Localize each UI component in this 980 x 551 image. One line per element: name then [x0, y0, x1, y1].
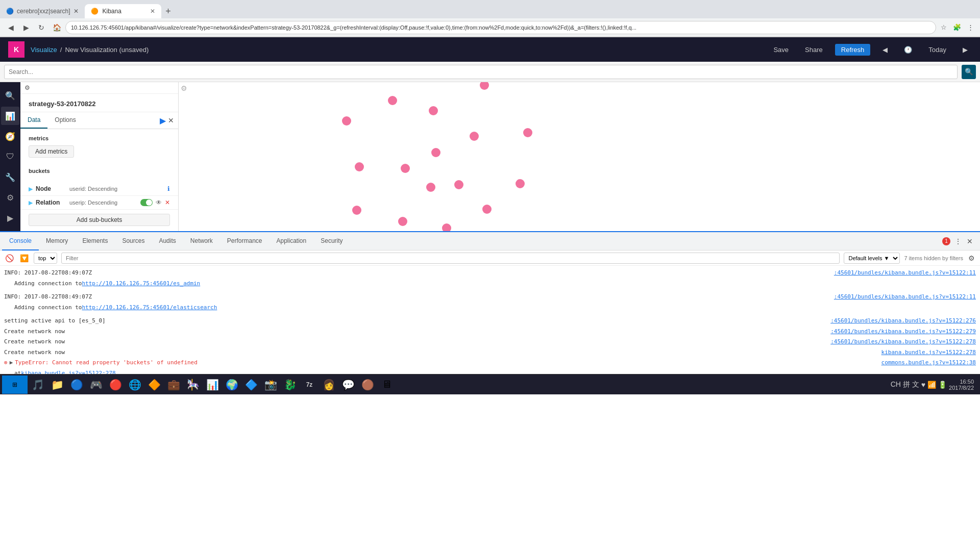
save-button[interactable]: Save [769, 44, 793, 56]
devtools-tab-audits[interactable]: Audits [152, 232, 183, 251]
devtools-tab-network[interactable]: Network [183, 232, 220, 251]
sidebar-close-button[interactable]: ✕ [168, 116, 174, 124]
devtools-tab-memory[interactable]: Memory [39, 232, 75, 251]
nav-wrench-item[interactable]: 🔧 [1, 168, 19, 186]
tab-options[interactable]: Options [47, 112, 83, 129]
devtools-close-button[interactable]: ✕ [966, 236, 974, 246]
taskbar-item-10[interactable]: 📊 [203, 376, 222, 393]
taskbar-item-16[interactable]: 👩 [320, 376, 338, 393]
line-ref-2[interactable]: :45601/bundles/kibana.bundle.js?v=15122:… [834, 293, 976, 302]
back-button[interactable]: ◀ [4, 21, 17, 34]
elasticsearch-link[interactable]: http://10.126.126.75:45601/elasticsearch [82, 304, 217, 312]
add-sub-buckets-button[interactable]: Add sub-buckets [29, 214, 170, 226]
tab-cerebro[interactable]: 🔵 cerebro[xxz|search] ✕ [0, 4, 85, 18]
refresh-button[interactable]: Refresh [835, 44, 871, 56]
devtools-more-button[interactable]: ⋮ [953, 236, 963, 246]
tab-data[interactable]: Data [20, 112, 47, 129]
nav-chart-item[interactable]: 📊 [1, 107, 19, 125]
node-info-icon[interactable]: ℹ [167, 185, 170, 192]
node-expand-icon[interactable]: ▶ [29, 186, 33, 192]
reload-button[interactable]: ↻ [35, 21, 48, 34]
extension-icon[interactable]: 🧩 [951, 22, 963, 33]
taskbar-item-17[interactable]: 💬 [339, 376, 357, 393]
share-button[interactable]: Share [801, 44, 827, 56]
run-button[interactable]: ▶ [160, 116, 166, 126]
taskbar-item-7[interactable]: 🔶 [145, 376, 163, 393]
today-button[interactable]: Today [924, 44, 950, 56]
tray-heart-icon[interactable]: ♥ [921, 381, 925, 389]
tray-signal-icon[interactable]: 📶 [927, 381, 936, 389]
console-filter-input[interactable] [61, 253, 840, 264]
line-ref-error[interactable]: commons.bundle.js?v=15122:38 [881, 359, 976, 367]
new-tab-button[interactable]: + [161, 4, 176, 18]
stack-link-1[interactable]: kibana.bundle.js?v=15122:278 [21, 369, 115, 374]
nav-play-item[interactable]: ▶ [1, 209, 19, 227]
relation-expand-icon[interactable]: ▶ [29, 199, 33, 206]
home-button[interactable]: 🏠 [50, 21, 63, 34]
breadcrumb-visualize-link[interactable]: Visualize [31, 46, 57, 54]
nav-discover-item[interactable]: 🧭 [1, 127, 19, 145]
relation-toggle[interactable] [140, 199, 153, 206]
es-admin-link[interactable]: http://10.126.126.75:45601/es_admin [82, 280, 200, 288]
taskbar-item-3[interactable]: 🔵 [67, 376, 86, 393]
address-bar[interactable] [65, 21, 936, 34]
taskbar-item-18[interactable]: 🟤 [358, 376, 377, 393]
add-metrics-button[interactable]: Add metrics [29, 145, 74, 158]
clock[interactable]: 16:50 2017/8/22 [949, 379, 974, 391]
nav-search-item[interactable]: 🔍 [1, 86, 19, 105]
kibana-search-input[interactable] [4, 65, 958, 79]
taskbar-item-4[interactable]: 🎮 [87, 376, 105, 393]
devtools-tab-application[interactable]: Application [270, 232, 314, 251]
devtools-tab-elements[interactable]: Elements [75, 232, 115, 251]
line-ref-3[interactable]: :45601/bundles/kibana.bundle.js?v=15122:… [830, 317, 976, 325]
taskbar-item-12[interactable]: 🔷 [242, 376, 260, 393]
taskbar-item-9[interactable]: 🎠 [184, 376, 202, 393]
viz-settings-icon[interactable]: ⚙ [181, 84, 187, 92]
forward-time-button[interactable]: ▶ [959, 44, 972, 56]
start-button[interactable]: ⊞ [2, 375, 28, 394]
tab-kibana[interactable]: 🟠 Kibana ✕ [85, 4, 161, 18]
error-expand-triangle[interactable]: ▶ [10, 359, 13, 367]
relation-delete-icon[interactable]: ✕ [165, 199, 170, 206]
taskbar-item-5[interactable]: 🔴 [106, 376, 125, 393]
filter-console-button[interactable]: 🔽 [19, 253, 30, 263]
taskbar-item-19[interactable]: 🖥 [378, 376, 396, 393]
kibana-close-icon[interactable]: ✕ [150, 8, 155, 15]
back-time-button[interactable]: ◀ [878, 44, 892, 56]
tray-battery-icon[interactable]: 🔋 [938, 381, 947, 389]
menu-icon[interactable]: ⋮ [965, 22, 976, 33]
cerebro-close-icon[interactable]: ✕ [74, 8, 79, 15]
taskbar-icon-16: 👩 [323, 379, 335, 391]
devtools-console[interactable]: INFO: 2017-08-22T08:49:07Z :45601/bundle… [0, 266, 980, 374]
devtools-tab-performance[interactable]: Performance [220, 232, 270, 251]
taskbar-item-1[interactable]: 🎵 [29, 376, 47, 393]
forward-button[interactable]: ▶ [19, 21, 33, 34]
clear-console-button[interactable]: 🚫 [4, 253, 15, 263]
settings-console-button[interactable]: ⚙ [967, 253, 976, 263]
devtools-tab-console[interactable]: Console [2, 232, 39, 251]
taskbar-item-8[interactable]: 💼 [164, 376, 183, 393]
taskbar-item-15[interactable]: 7z [300, 376, 318, 393]
context-select[interactable]: top [34, 253, 57, 264]
sidebar-settings-icon[interactable]: ⚙ [24, 84, 30, 91]
line-ref-1[interactable]: :45601/bundles/kibana.bundle.js?v=15122:… [834, 269, 976, 278]
devtools-tab-security[interactable]: Security [313, 232, 350, 251]
line-ref-6[interactable]: kibana.bundle.js?v=15122:278 [881, 348, 976, 357]
tray-lang-icon[interactable]: CH 拼 文 [891, 380, 919, 389]
nav-shield-item[interactable]: 🛡 [1, 147, 19, 166]
taskbar-item-6[interactable]: 🌐 [126, 376, 144, 393]
line-ref-4[interactable]: :45601/bundles/kibana.bundle.js?v=15122:… [830, 328, 976, 336]
line-ref-5[interactable]: :45601/bundles/kibana.bundle.js?v=15122:… [830, 338, 976, 346]
log-level-select[interactable]: Default levels ▼ [844, 253, 900, 264]
nav-gear-item[interactable]: ⚙ [1, 188, 19, 207]
bookmark-icon[interactable]: ☆ [938, 22, 949, 33]
relation-eye-icon[interactable]: 👁 [156, 199, 162, 206]
clock-icon[interactable]: 🕐 [900, 44, 916, 56]
devtools-tab-sources[interactable]: Sources [115, 232, 152, 251]
node-sort-info: userid: Descending [69, 186, 164, 192]
taskbar-item-11[interactable]: 🌍 [223, 376, 241, 393]
taskbar-item-13[interactable]: 📸 [261, 376, 280, 393]
taskbar-item-2[interactable]: 📁 [48, 376, 66, 393]
taskbar-item-14[interactable]: 🐉 [281, 376, 299, 393]
kibana-search-button[interactable]: 🔍 [962, 65, 976, 79]
